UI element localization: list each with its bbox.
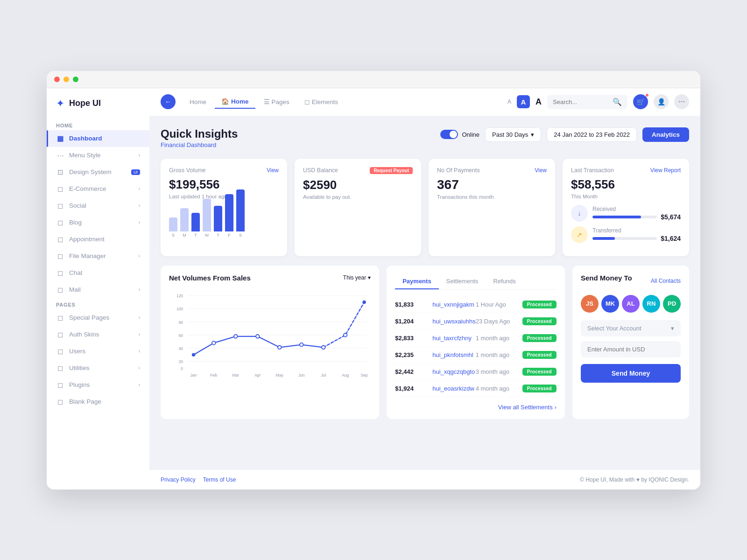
nav-right: A A A 🔍 🛒 👤 ⋯ bbox=[507, 94, 689, 109]
browser-chrome bbox=[47, 71, 700, 88]
tx-id[interactable]: hui_vxnnjigakm bbox=[432, 301, 476, 308]
settings-icon[interactable]: ⋯ bbox=[674, 94, 689, 109]
sidebar-item-design-system[interactable]: ⊡ Design System UI bbox=[47, 164, 149, 181]
all-contacts-link[interactable]: All Contacts bbox=[651, 278, 681, 284]
amount-input[interactable] bbox=[581, 341, 681, 357]
tx-id[interactable]: hui_eoasrkizdw bbox=[432, 385, 476, 392]
status-badge: Processed bbox=[522, 368, 557, 376]
net-volumes-card: Net Volumes From Sales This year ▾ bbox=[161, 266, 379, 419]
view-all-chevron: › bbox=[555, 404, 557, 411]
chart-filter[interactable]: This year ▾ bbox=[343, 274, 371, 281]
analytics-button[interactable]: Analytics bbox=[642, 127, 689, 142]
sidebar-item-utilities[interactable]: ◻ Utilities › bbox=[47, 360, 149, 377]
user-avatar[interactable]: 👤 bbox=[654, 94, 669, 109]
header-controls: Online Past 30 Days ▾ 24 Jan 2022 to 23 … bbox=[440, 127, 689, 142]
blank-page-icon: ◻ bbox=[56, 398, 64, 406]
footer-links: Privacy Policy Terms of Use bbox=[161, 476, 236, 483]
payments-link[interactable]: View bbox=[535, 167, 547, 174]
sidebar-item-dashboard[interactable]: ▦ Dashboard bbox=[47, 130, 149, 147]
file-manager-icon: ◻ bbox=[56, 252, 64, 260]
sidebar-label-menu-style: Menu Style bbox=[69, 152, 101, 159]
transferred-icon: ↗ bbox=[571, 226, 588, 243]
sidebar-item-ecommerce[interactable]: ◻ E-Commerce › bbox=[47, 181, 149, 197]
search-input[interactable] bbox=[553, 98, 609, 105]
contact-avatar[interactable]: RN bbox=[642, 295, 660, 313]
tx-time: 23 Days Ago bbox=[476, 318, 522, 325]
sidebar-item-blog[interactable]: ◻ Blog › bbox=[47, 214, 149, 231]
account-select[interactable]: Select Your Account ▾ bbox=[581, 320, 681, 336]
search-icon[interactable]: 🔍 bbox=[613, 98, 622, 106]
sidebar-item-plugins[interactable]: ◻ Plugins › bbox=[47, 377, 149, 393]
gross-volume-link[interactable]: View bbox=[267, 167, 279, 174]
sidebar-item-special-pages[interactable]: ◻ Special Pages › bbox=[47, 309, 149, 326]
contact-avatar[interactable]: PD bbox=[663, 295, 681, 313]
tx-id[interactable]: hui_taxrcfzhny bbox=[432, 335, 476, 342]
sidebar-item-blank-page[interactable]: ◻ Blank Page bbox=[47, 393, 149, 410]
footer: Privacy Policy Terms of Use © Hope UI, M… bbox=[149, 469, 700, 490]
nav-home-active[interactable]: 🏠 Home bbox=[215, 95, 255, 109]
sidebar: ✦ Hope UI HOME ▦ Dashboard ⋯ Menu Style … bbox=[47, 88, 149, 490]
appointment-icon: ◻ bbox=[56, 235, 64, 244]
svg-text:Feb: Feb bbox=[211, 373, 218, 378]
contact-avatar[interactable]: MK bbox=[601, 295, 619, 313]
svg-text:120: 120 bbox=[176, 294, 183, 298]
status-badge: Processed bbox=[522, 301, 557, 308]
usd-balance-sub: Available to pay out. bbox=[303, 194, 413, 200]
sidebar-item-auth-skins[interactable]: ◻ Auth Skins › bbox=[47, 326, 149, 343]
back-button[interactable]: ← bbox=[161, 94, 176, 109]
sidebar-item-menu-style[interactable]: ⋯ Menu Style › bbox=[47, 147, 149, 164]
tab-payments[interactable]: Payments bbox=[395, 274, 438, 289]
sidebar-item-mail[interactable]: ◻ Mail › bbox=[47, 281, 149, 298]
line-chart-svg: 120 100 80 60 40 20 0 Jan Feb Mar Apr bbox=[169, 288, 371, 382]
view-all-link[interactable]: View all Settlements › bbox=[395, 404, 557, 411]
received-progress-bg bbox=[592, 216, 657, 218]
chevron-icon: › bbox=[139, 186, 140, 191]
browser-dot-red[interactable] bbox=[54, 77, 60, 82]
browser-dot-green[interactable] bbox=[73, 77, 78, 82]
last-tx-link[interactable]: View Report bbox=[650, 167, 681, 174]
sidebar-label-dashboard: Dashboard bbox=[69, 135, 102, 142]
send-money-title: Send Money To bbox=[581, 274, 632, 282]
nav-elements[interactable]: ◻ Elements bbox=[298, 95, 345, 108]
sidebar-label-mail: Mail bbox=[69, 286, 81, 293]
request-payout-badge[interactable]: Request Payout bbox=[370, 167, 413, 174]
nav-pages[interactable]: ☰ Pages bbox=[257, 95, 296, 108]
tab-settlements[interactable]: Settlements bbox=[439, 274, 486, 289]
chevron-icon: › bbox=[139, 365, 140, 371]
chevron-down-icon: ▾ bbox=[531, 131, 534, 138]
bar-label: F bbox=[228, 233, 231, 238]
tx-amount: $1,833 bbox=[395, 301, 432, 308]
sidebar-item-chat[interactable]: ◻ Chat bbox=[47, 265, 149, 281]
sidebar-item-file-manager[interactable]: ◻ File Manager › bbox=[47, 248, 149, 265]
tx-id[interactable]: hui_pknfotsmhl bbox=[432, 351, 476, 358]
date-range-btn[interactable]: 24 Jan 2022 to 23 Feb 2022 bbox=[547, 127, 637, 142]
sidebar-item-social[interactable]: ◻ Social › bbox=[47, 197, 149, 214]
svg-text:Mar: Mar bbox=[233, 373, 240, 378]
terms-of-use-link[interactable]: Terms of Use bbox=[203, 476, 236, 483]
cart-badge bbox=[645, 93, 649, 97]
browser-window: ✦ Hope UI HOME ▦ Dashboard ⋯ Menu Style … bbox=[47, 71, 700, 490]
tx-id[interactable]: hui_uwsxaiuhhs bbox=[432, 318, 476, 325]
font-size-large[interactable]: A bbox=[536, 97, 542, 107]
contact-avatar[interactable]: AL bbox=[622, 295, 640, 313]
sidebar-label-chat: Chat bbox=[69, 269, 83, 276]
sidebar-item-appointment[interactable]: ◻ Appointment bbox=[47, 231, 149, 248]
cart-icon[interactable]: 🛒 bbox=[633, 94, 648, 109]
gross-volume-card: Gross Volume View $199,556 Last updated … bbox=[161, 159, 287, 256]
tab-refunds[interactable]: Refunds bbox=[486, 274, 523, 289]
toggle-switch[interactable] bbox=[440, 130, 458, 139]
chevron-icon: › bbox=[139, 315, 140, 320]
sidebar-item-users[interactable]: ◻ Users › bbox=[47, 343, 149, 360]
status-badge: Processed bbox=[522, 385, 557, 392]
browser-dot-yellow[interactable] bbox=[63, 77, 69, 82]
font-size-medium-active[interactable]: A bbox=[517, 95, 530, 108]
nav-home-plain[interactable]: Home bbox=[183, 96, 213, 108]
tx-id[interactable]: hui_xqgczqbgto bbox=[432, 368, 476, 375]
font-size-small[interactable]: A bbox=[507, 98, 511, 105]
select-chevron: ▾ bbox=[671, 325, 674, 332]
send-money-button[interactable]: Send Money bbox=[581, 364, 681, 383]
contact-avatar[interactable]: JS bbox=[581, 295, 599, 313]
privacy-policy-link[interactable]: Privacy Policy bbox=[161, 476, 196, 483]
period-dropdown[interactable]: Past 30 Days ▾ bbox=[485, 127, 541, 142]
online-label: Online bbox=[462, 131, 479, 138]
